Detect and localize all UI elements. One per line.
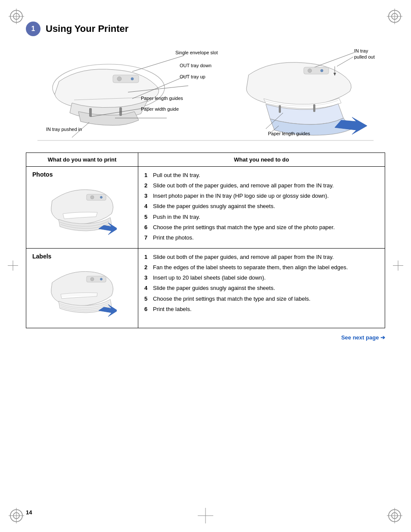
- page: 1 Using Your Printer: [0, 0, 411, 532]
- row-image-photos: [32, 181, 132, 242]
- page-number: 14: [26, 509, 32, 516]
- svg-point-58: [100, 196, 102, 199]
- diagram-svg: Single envelope slot OUT tray down OUT t…: [37, 49, 374, 143]
- step-text: Slide the paper guides snugly against th…: [153, 284, 379, 292]
- reg-mark-tl: [9, 9, 24, 24]
- svg-text:Paper length guides: Paper length guides: [141, 96, 183, 101]
- svg-rect-56: [87, 194, 106, 200]
- row-image-labels: [32, 263, 132, 324]
- chapter-title: Using Your Printer: [46, 23, 128, 34]
- step-item: 1Pull out the IN tray.: [144, 171, 379, 180]
- step-number: 2: [144, 181, 150, 190]
- svg-point-47: [321, 69, 323, 72]
- step-item: 6Print the labels.: [144, 305, 379, 314]
- step-number: 3: [144, 274, 150, 282]
- step-text: Print the labels.: [153, 305, 379, 314]
- step-text: Slide the paper guides snugly against th…: [153, 202, 379, 211]
- svg-line-50: [337, 57, 353, 66]
- step-text: Pull out the IN tray.: [153, 171, 379, 180]
- step-item: 4Slide the paper guides snugly against t…: [144, 284, 379, 292]
- step-item: 5Choose the print settings that match th…: [144, 295, 379, 303]
- step-number: 4: [144, 284, 150, 292]
- svg-point-61: [100, 278, 102, 280]
- cell-right-labels: 1Slide out both of the paper guides, and…: [138, 248, 385, 328]
- step-item: 5Push in the IN tray.: [144, 213, 379, 221]
- svg-point-34: [131, 78, 134, 80]
- cell-left-labels: Labels: [26, 248, 138, 328]
- reg-mark-bl: [9, 508, 24, 523]
- step-text: Choose the print settings that match the…: [153, 223, 379, 232]
- crosshair-left: [8, 260, 18, 272]
- steps-list-photos: 1Pull out the IN tray.2Slide out both of…: [144, 171, 379, 242]
- svg-text:OUT tray up: OUT tray up: [180, 74, 206, 79]
- svg-point-46: [308, 69, 312, 73]
- step-number: 4: [144, 202, 150, 211]
- step-number: 3: [144, 192, 150, 200]
- svg-line-43: [311, 53, 354, 68]
- step-text: Choose the print settings that match the…: [153, 295, 379, 303]
- svg-rect-25: [119, 107, 122, 116]
- svg-text:Paper width guide: Paper width guide: [141, 106, 179, 112]
- step-item: 4Slide the paper guides snugly against t…: [144, 202, 379, 211]
- step-item: 1Slide out both of the paper guides, and…: [144, 253, 379, 261]
- svg-text:IN tray pushed in: IN tray pushed in: [46, 127, 82, 132]
- svg-point-60: [90, 277, 94, 281]
- svg-text:OUT tray down: OUT tray down: [180, 63, 212, 68]
- svg-point-33: [117, 77, 121, 81]
- step-number: 5: [144, 295, 150, 303]
- see-next: See next page ➔: [26, 334, 385, 341]
- step-number: 5: [144, 213, 150, 221]
- cell-left-photos: Photos: [26, 167, 138, 249]
- svg-rect-59: [87, 276, 106, 282]
- steps-list-labels: 1Slide out both of the paper guides, and…: [144, 253, 379, 314]
- svg-line-26: [132, 56, 184, 72]
- step-number: 1: [144, 253, 150, 261]
- svg-rect-32: [113, 75, 139, 83]
- printer-diagram: Single envelope slot OUT tray down OUT t…: [26, 49, 385, 144]
- print-table: What do you want to print What you need …: [26, 152, 385, 328]
- svg-rect-24: [89, 108, 92, 117]
- step-item: 3Insert up to 20 label sheets (label sid…: [144, 274, 379, 282]
- svg-rect-41: [279, 105, 281, 113]
- step-text: Fan the edges of the label sheets to sep…: [153, 263, 379, 272]
- step-text: Slide out both of the paper guides, and …: [153, 181, 379, 190]
- step-text: Print the photos.: [153, 233, 379, 242]
- step-number: 6: [144, 223, 150, 232]
- cell-right-photos: 1Pull out the IN tray.2Slide out both of…: [138, 167, 385, 249]
- table-row: Labels 1Slide out both of the paper guid…: [26, 248, 385, 328]
- step-number: 2: [144, 263, 150, 272]
- chapter-heading: 1 Using Your Printer: [26, 22, 385, 36]
- step-item: 3Insert photo paper in the IN tray (HP l…: [144, 192, 379, 200]
- crosshair-right: [393, 260, 403, 272]
- step-text: Insert up to 20 label sheets (label side…: [153, 274, 379, 282]
- table-header-left: What do you want to print: [26, 153, 138, 167]
- svg-rect-42: [313, 104, 315, 112]
- table-header-right: What you need to do: [138, 153, 385, 167]
- step-number: 1: [144, 171, 150, 180]
- svg-point-57: [90, 196, 94, 199]
- table-row: Photos 1Pull out the IN tray.2Slide out …: [26, 167, 385, 249]
- row-label-photos: Photos: [32, 171, 132, 178]
- chapter-badge: 1: [26, 22, 40, 36]
- reg-mark-br: [387, 508, 402, 523]
- step-item: 2Slide out both of the paper guides, and…: [144, 181, 379, 190]
- svg-text:IN tray: IN tray: [354, 48, 368, 53]
- reg-mark-bc: [198, 508, 213, 523]
- step-item: 2Fan the edges of the label sheets to se…: [144, 263, 379, 272]
- step-number: 7: [144, 233, 150, 242]
- svg-text:pulled out: pulled out: [354, 54, 375, 59]
- step-text: Push in the IN tray.: [153, 213, 379, 221]
- step-item: 6Choose the print settings that match th…: [144, 223, 379, 232]
- step-number: 6: [144, 305, 150, 314]
- svg-rect-45: [304, 67, 329, 74]
- svg-text:Paper length guides: Paper length guides: [268, 131, 310, 136]
- step-text: Insert photo paper in the IN tray (HP lo…: [153, 192, 379, 200]
- reg-mark-tr: [387, 9, 402, 24]
- step-text: Slide out both of the paper guides, and …: [153, 253, 379, 261]
- step-item: 7Print the photos.: [144, 233, 379, 242]
- svg-text:Single envelope slot: Single envelope slot: [175, 50, 218, 55]
- row-label-labels: Labels: [32, 253, 132, 260]
